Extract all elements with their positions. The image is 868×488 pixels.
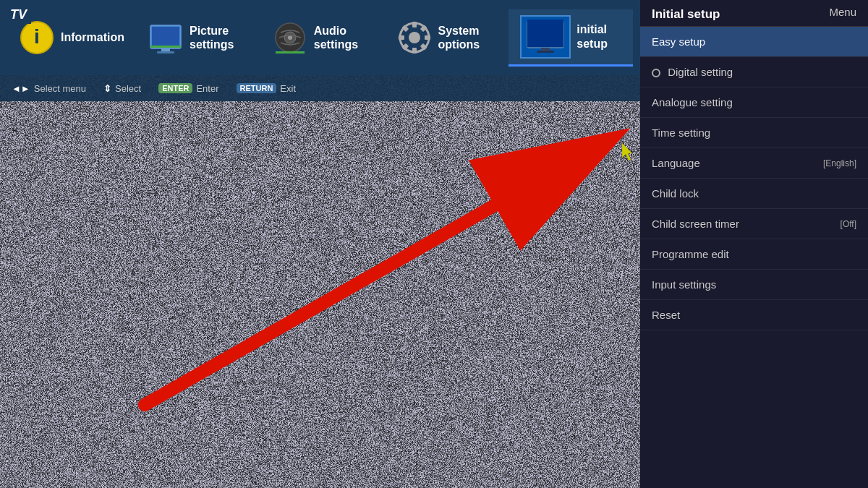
menu-item-picture[interactable]: Picturesettings <box>136 14 260 61</box>
svg-point-10 <box>288 35 292 40</box>
child-screen-timer-label: Child screen timer <box>652 218 739 230</box>
svg-line-25 <box>531 25 560 46</box>
menu-list-item-easy-setup[interactable]: Easy setup <box>640 27 868 57</box>
child-screen-timer-sub-label: [Off] <box>841 219 856 229</box>
enter-badge: ENTER <box>158 83 192 93</box>
menu-list-item-time-setting[interactable]: Time setting <box>640 118 868 148</box>
hint-select-menu: ◄► Select menu <box>12 83 86 94</box>
dot-icon <box>652 69 660 77</box>
svg-rect-11 <box>276 51 305 53</box>
hint-select: ⇕ Select <box>103 83 141 94</box>
language-sub-label: [English] <box>823 158 856 168</box>
hint-updown-icon: ⇕ <box>103 83 111 94</box>
time-setting-label: Time setting <box>652 127 710 139</box>
menu-item-audio[interactable]: Audiosettings <box>260 14 385 61</box>
reset-label: Reset <box>652 309 680 321</box>
audio-icon <box>272 20 308 56</box>
picture-icon <box>148 20 184 56</box>
input-settings-label: Input settings <box>652 278 716 291</box>
info-icon: i <box>19 20 55 56</box>
digital-setting-label: Digital setting <box>668 66 733 78</box>
menu-list-item-input-settings[interactable]: Input settings <box>640 270 868 300</box>
top-menu-bar: i Information Picturesettings A <box>0 0 640 75</box>
system-label: Systemoptions <box>438 24 480 51</box>
svg-rect-22 <box>527 22 563 48</box>
return-badge: RETURN <box>237 83 277 93</box>
hint-arrow-icon: ◄► <box>12 83 30 94</box>
hint-enter: ENTER Enter <box>158 83 218 94</box>
svg-rect-16 <box>425 35 430 40</box>
information-label: Information <box>61 30 124 44</box>
hint-select-menu-label: Select menu <box>34 83 86 94</box>
menu-item-system[interactable]: Systemoptions <box>385 14 509 61</box>
initial-label: initialsetup <box>576 22 608 50</box>
hint-bar: ◄► Select menu ⇕ Select ENTER Enter RETU… <box>0 75 640 101</box>
svg-rect-26 <box>541 48 550 51</box>
hint-enter-label: Enter <box>196 83 218 94</box>
initial-setup-icon <box>520 15 571 59</box>
svg-rect-20 <box>399 35 404 40</box>
right-panel: Menu Initial setup Easy setup Digital se… <box>640 0 868 488</box>
picture-label: Picturesettings <box>190 24 234 51</box>
svg-rect-3 <box>152 27 179 47</box>
svg-point-13 <box>409 32 420 43</box>
svg-rect-7 <box>150 46 181 48</box>
svg-rect-23 <box>529 23 562 46</box>
hint-select-label: Select <box>115 83 141 94</box>
menu-list-item-child-screen-timer[interactable]: Child screen timer [Off] <box>640 209 868 239</box>
svg-text:i: i <box>34 25 40 48</box>
system-icon <box>396 20 433 56</box>
svg-rect-18 <box>412 48 417 53</box>
svg-rect-5 <box>157 51 174 53</box>
programme-edit-label: Programme edit <box>652 248 729 260</box>
svg-rect-14 <box>412 22 417 27</box>
menu-item-initial[interactable]: initialsetup <box>509 9 633 67</box>
menu-list-item-reset[interactable]: Reset <box>640 300 868 330</box>
svg-rect-24 <box>529 23 562 46</box>
menu-label: Menu <box>829 6 856 18</box>
menu-list: Easy setup Digital setting Analogue sett… <box>640 27 868 330</box>
tv-logo: TV <box>6 6 31 24</box>
child-lock-label: Child lock <box>652 187 699 200</box>
svg-rect-27 <box>537 51 554 53</box>
hint-exit-label: Exit <box>280 83 296 94</box>
hint-exit: RETURN Exit <box>237 83 297 94</box>
menu-list-item-language[interactable]: Language [English] <box>640 148 868 179</box>
easy-setup-label: Easy setup <box>652 35 705 48</box>
menu-list-item-digital-setting[interactable]: Digital setting <box>640 57 868 87</box>
svg-rect-4 <box>161 48 170 51</box>
menu-list-item-programme-edit[interactable]: Programme edit <box>640 239 868 270</box>
menu-list-item-analogue-setting[interactable]: Analogue setting <box>640 87 868 118</box>
analogue-setting-label: Analogue setting <box>652 96 733 108</box>
menu-list-item-child-lock[interactable]: Child lock <box>640 179 868 209</box>
audio-label: Audiosettings <box>314 24 358 51</box>
language-label: Language <box>652 157 700 169</box>
